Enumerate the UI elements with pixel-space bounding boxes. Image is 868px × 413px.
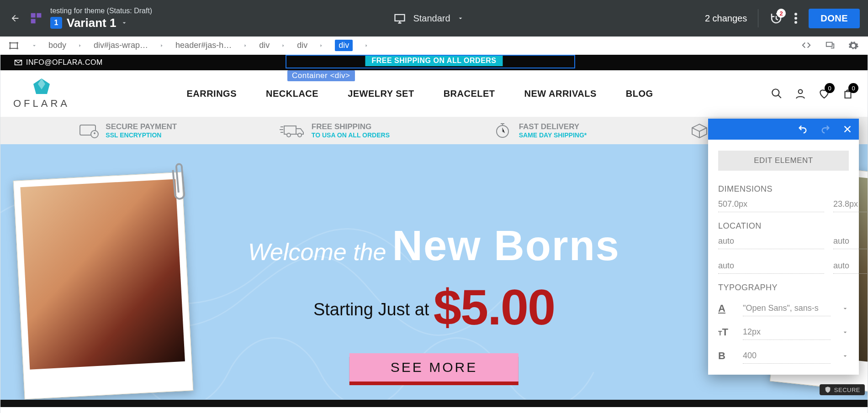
font-family-select[interactable]: A "Open Sans", sans-s [718,301,849,316]
svg-point-4 [9,42,11,44]
crumb-item[interactable]: div [259,41,270,50]
feature-sub: SSL ENCRYPTION [106,131,177,139]
crumb-item[interactable]: div [297,41,307,50]
edit-element-button[interactable]: EDIT ELEMENT [718,151,849,171]
location-right-input[interactable] [833,234,868,249]
wishlist-button[interactable]: 0 [818,88,830,99]
chevron-right-icon [364,43,369,48]
settings-button[interactable] [848,40,859,51]
svg-point-6 [9,47,11,49]
font-weight-select[interactable]: B 400 [718,348,849,364]
history-button[interactable]: 2 [769,11,783,25]
redo-icon [820,124,831,134]
chevron-down-icon[interactable] [31,42,37,49]
app-logo [28,10,44,26]
divider [758,9,758,27]
contact-email[interactable]: INFO@OFLARA.COM [14,58,103,67]
search-icon [771,88,783,99]
search-button[interactable] [771,88,783,99]
more-menu-button[interactable] [794,12,798,24]
done-button[interactable]: DONE [809,9,860,28]
payment-secure-icon [79,122,99,139]
brand-logo[interactable]: OFLARA [14,78,69,110]
return-box-icon [689,122,709,139]
experiment-status-line: testing for theme (Status: Draft) [50,7,152,15]
svg-point-16 [298,133,302,137]
svg-point-5 [16,42,18,44]
chevron-down-icon [121,19,128,26]
chevron-down-icon [457,15,464,22]
stopwatch-icon [492,122,513,139]
hero-headline: New Borns [392,222,620,269]
account-button[interactable] [794,88,806,99]
element-inspector-panel: EDIT ELEMENT DIMENSIONS LOCATION TYPOGRA… [708,119,859,375]
width-input[interactable] [718,197,824,212]
nav-link[interactable]: NEW ARRIVALS [524,89,597,99]
nav-link[interactable]: JEWELRY SET [348,89,414,99]
bottom-bar [0,400,868,407]
svg-point-15 [287,133,291,137]
code-view-button[interactable] [800,40,812,51]
gear-icon [848,40,859,51]
hero-cta-button[interactable]: SEE MORE [349,353,519,382]
responsive-button[interactable] [824,40,836,51]
secure-badge: SECURE [820,384,865,395]
location-bottom-input[interactable] [718,258,824,274]
shield-icon [824,386,831,393]
announcement-bar: INFO@OFLARA.COM FREE SHIPPING ON ALL ORD… [0,55,868,70]
main-nav: EARRINGS NECKLACE JEWELRY SET BRACELET N… [69,89,771,99]
cart-button[interactable]: 0 [842,88,854,99]
svg-rect-14 [284,126,296,134]
chevron-right-icon [243,43,248,48]
code-icon [800,40,812,50]
device-preview-selector[interactable]: Standard [393,12,464,25]
height-input[interactable] [833,197,868,212]
crumb-item[interactable]: header#jas-h… [175,41,232,50]
redo-button[interactable] [820,124,831,134]
font-weight-icon: B [718,350,732,362]
nav-link[interactable]: NECKLACE [266,89,318,99]
location-top-input[interactable] [718,234,824,249]
element-hover-label: Container <div> [287,70,355,81]
variant-index-badge: 1 [50,17,62,29]
feature-item: FAST DELIVERYSAME DAY SHIPPING* [492,122,587,139]
crumb-item[interactable]: div#jas-wrap… [94,41,148,50]
font-family-icon: A [718,303,732,314]
nav-link[interactable]: BLOG [626,89,653,99]
variant-name: Variant 1 [67,16,116,30]
section-typography-title: TYPOGRAPHY [718,283,849,293]
nav-link[interactable]: BRACELET [444,89,495,99]
undo-button[interactable] [797,124,809,134]
brand-name: OFLARA [13,98,70,110]
feature-title: FAST DELIVERY [519,122,587,131]
gem-icon [32,78,52,96]
close-panel-button[interactable] [842,124,852,134]
chevron-right-icon [159,43,164,48]
changes-count[interactable]: 2 changes [705,13,747,24]
editor-toolbar: testing for theme (Status: Draft) 1 Vari… [0,0,868,37]
back-button[interactable] [8,13,22,23]
close-icon [842,124,852,134]
desktop-icon [393,12,407,25]
chevron-right-icon [77,43,83,48]
feature-sub: TO USA ON ALL ORDERS [312,131,390,139]
devices-icon [824,40,836,50]
crumb-item[interactable]: body [48,41,66,50]
location-left-input[interactable] [833,258,868,274]
section-location-title: LOCATION [718,221,849,231]
chevron-right-icon [281,43,286,48]
promo-text[interactable]: FREE SHIPPING ON ALL ORDERS [365,55,503,66]
font-size-select[interactable]: TT 12px [718,324,849,340]
variant-selector[interactable]: 1 Variant 1 [50,16,152,30]
chevron-down-icon [842,329,849,336]
site-header: OFLARA EARRINGS NECKLACE JEWELRY SET BRA… [0,70,868,117]
font-size-icon: TT [718,326,732,338]
page-title-block: testing for theme (Status: Draft) 1 Vari… [50,7,152,30]
svg-point-7 [16,47,18,49]
dom-breadcrumb: body div#jas-wrap… header#jas-h… div div… [0,37,868,55]
select-tool-icon[interactable] [9,41,20,50]
font-family-value: "Open Sans", sans-s [743,301,831,316]
nav-link[interactable]: EARRINGS [186,89,237,99]
crumb-item-selected[interactable]: div [335,40,353,51]
section-dimensions-title: DIMENSIONS [718,184,849,194]
